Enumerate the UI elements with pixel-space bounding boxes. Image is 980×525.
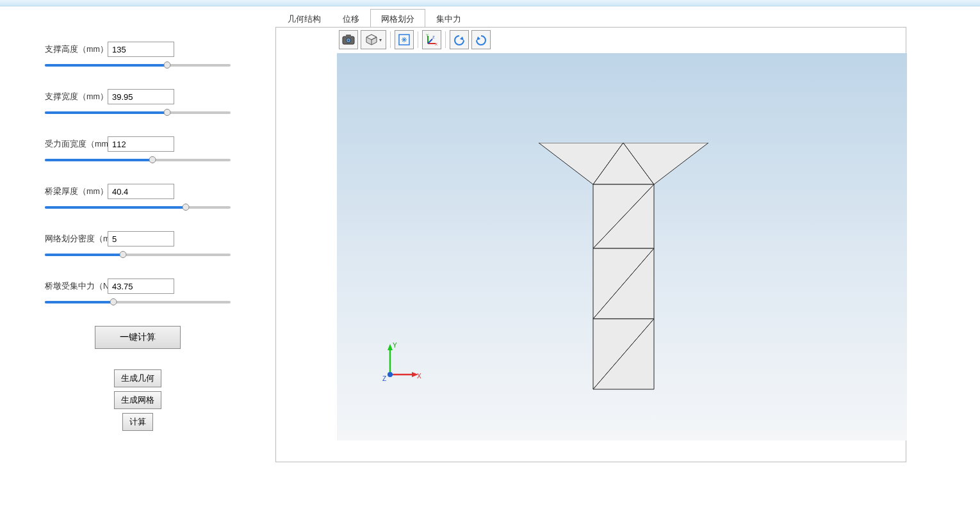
camera-icon[interactable] — [339, 30, 358, 49]
toolbar-separator — [445, 31, 446, 48]
support-height-slider[interactable] — [45, 61, 231, 70]
main-layout: 支撑高度（mm） 支撑宽度（mm） 受力面宽度（mm） — [0, 6, 980, 525]
param-label: 支撑高度（mm） — [45, 44, 104, 55]
load-face-width-input[interactable] — [108, 136, 174, 152]
mesh-shape — [539, 143, 708, 392]
content-area: 几何结构 位移 网格划分 集中力 ▾ — [275, 6, 980, 525]
tab-force[interactable]: 集中力 — [425, 9, 472, 28]
one-click-calc-button[interactable]: 一键计算 — [95, 326, 181, 349]
svg-rect-1 — [346, 35, 351, 37]
param-label: 受力面宽度（mm） — [45, 139, 104, 150]
param-label: 桥墩受集中力（N） — [45, 281, 104, 292]
param-label: 桥梁厚度（mm） — [45, 186, 104, 197]
tab-displacement[interactable]: 位移 — [332, 9, 370, 28]
svg-text:Z: Z — [432, 35, 435, 39]
generate-mesh-button[interactable]: 生成网格 — [114, 391, 161, 409]
param-bridge-thickness: 桥梁厚度（mm） — [45, 184, 231, 212]
param-support-height: 支撑高度（mm） — [45, 42, 231, 70]
tab-geometry[interactable]: 几何结构 — [277, 9, 332, 28]
tabs: 几何结构 位移 网格划分 集中力 — [275, 6, 967, 27]
param-load-face-width: 受力面宽度（mm） — [45, 136, 231, 165]
param-concentrated-force: 桥墩受集中力（N） — [45, 279, 231, 307]
rotate-left-icon[interactable] — [450, 30, 469, 49]
sidebar: 支撑高度（mm） 支撑宽度（mm） 受力面宽度（mm） — [0, 6, 275, 525]
param-mesh-density: 网络划分密度（mm） — [45, 231, 231, 259]
cube-icon[interactable]: ▾ — [361, 30, 386, 49]
bridge-thickness-input[interactable] — [108, 184, 174, 199]
fit-icon[interactable] — [395, 30, 414, 49]
param-label: 支撑宽度（mm） — [45, 92, 104, 102]
viewer-3d[interactable]: ▾ YXZ — [337, 53, 907, 440]
support-width-slider[interactable] — [45, 108, 231, 117]
concentrated-force-slider[interactable] — [45, 298, 231, 307]
support-width-input[interactable] — [108, 89, 174, 104]
svg-text:X: X — [435, 42, 437, 46]
axes-icon[interactable]: YXZ — [422, 30, 441, 49]
tab-mesh[interactable]: 网格划分 — [370, 9, 425, 28]
mesh-density-input[interactable] — [108, 231, 174, 246]
window-titlebar — [0, 0, 980, 6]
axis-y-label: Y — [393, 342, 397, 349]
toolbar-separator — [390, 31, 391, 48]
svg-text:Y: Y — [426, 33, 429, 37]
param-support-width: 支撑宽度（mm） — [45, 89, 231, 117]
svg-point-3 — [347, 39, 349, 41]
mesh-density-slider[interactable] — [45, 250, 231, 259]
svg-marker-18 — [388, 344, 393, 350]
generate-geometry-button[interactable]: 生成几何 — [114, 369, 161, 387]
toolbar-separator — [418, 31, 418, 48]
param-label: 网络划分密度（mm） — [45, 234, 104, 245]
viewer-frame: ▾ YXZ — [275, 27, 906, 462]
load-face-width-slider[interactable] — [45, 156, 231, 165]
bridge-thickness-slider[interactable] — [45, 203, 231, 212]
svg-point-21 — [388, 372, 393, 377]
calculate-button[interactable]: 计算 — [122, 413, 153, 431]
axis-x-label: X — [417, 373, 421, 380]
support-height-input[interactable] — [108, 42, 174, 57]
rotate-right-icon[interactable] — [471, 30, 491, 49]
viewer-toolbar: ▾ YXZ — [339, 30, 491, 49]
axis-z-label: Z — [382, 375, 386, 382]
axis-gizmo: Y X Z — [379, 341, 423, 386]
concentrated-force-input[interactable] — [108, 279, 174, 294]
